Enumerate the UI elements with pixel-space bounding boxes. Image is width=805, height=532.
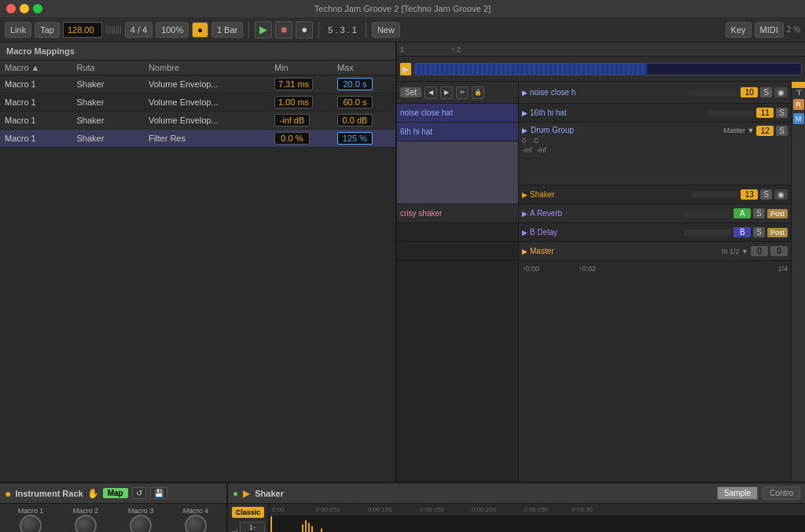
table-header-row: Macro ▲ Ruta Nombre Min Max xyxy=(0,61,395,75)
zoom-button[interactable]: 100% xyxy=(156,22,189,38)
link-button[interactable]: Link xyxy=(5,22,31,38)
bottom-section: ● Instrument Rack ✋ Map ↺ 💾 Macro 1 59 M… xyxy=(0,482,805,532)
1shot-icon: ⊣ xyxy=(231,527,238,533)
side-icon-1[interactable]: ⊢ xyxy=(795,90,803,96)
maximize-button[interactable] xyxy=(33,4,42,13)
waveform-ruler: 0:00 0:00:050 0:00:100 0:00:150 0:00:200… xyxy=(269,504,805,516)
svg-rect-4 xyxy=(305,520,307,532)
midi-button[interactable]: MIDI xyxy=(755,22,784,38)
table-row[interactable]: Macro 1 Shaker Volume Envelop... 7.31 ms… xyxy=(0,75,395,94)
track-delay-post[interactable]: Post xyxy=(767,228,788,237)
table-row[interactable]: Macro 1 Shaker Volume Envelop... 1.00 ms… xyxy=(0,94,395,112)
track-16th-fader[interactable] xyxy=(707,110,754,116)
prev-button[interactable]: ◀ xyxy=(425,86,437,99)
macro-1-knob[interactable] xyxy=(20,515,42,532)
table-row[interactable]: Macro 1 Shaker Volume Envelop... -inf dB… xyxy=(0,112,395,130)
cell-nombre: Volume Envelop... xyxy=(144,94,270,112)
track-reverb-s[interactable]: S xyxy=(753,208,765,218)
svg-rect-6 xyxy=(311,526,313,532)
drum-val-0: 0 xyxy=(522,137,526,145)
quantize-button[interactable]: 1 Bar xyxy=(211,22,243,38)
sep2 xyxy=(318,22,319,38)
cell-macro: Macro 1 xyxy=(0,75,72,94)
session-view-panel: 1 ↑ 2 ▶ Set ◀ ▶ ✏ 🔒 xyxy=(397,42,805,482)
macro-3-knob[interactable] xyxy=(130,515,152,532)
rack-save[interactable]: 💾 xyxy=(150,487,167,499)
track-16th-num: 11 xyxy=(756,108,774,118)
position-display[interactable]: 5 . 3 . 1 xyxy=(328,25,357,35)
time-sig-button[interactable]: 4 / 4 xyxy=(125,22,153,38)
sampler-header: ● ▶ Shaker Sample Contro xyxy=(228,483,805,504)
macro-2-knob[interactable] xyxy=(75,515,97,532)
playhead xyxy=(270,516,272,532)
track-list: ▶ noise close h 10 S ◉ ▶ 16th hi hat 11 … xyxy=(519,82,791,482)
track-shaker-mute[interactable]: ◉ xyxy=(774,189,788,200)
close-button[interactable] xyxy=(6,4,16,13)
clip-slot-shaker[interactable]: crisy shaker xyxy=(397,204,518,223)
drum-inf1: -inf xyxy=(522,146,532,154)
rack-refresh[interactable]: ↺ xyxy=(132,487,146,499)
macro-4-knob[interactable] xyxy=(185,515,207,532)
track-shaker-icon: ▶ xyxy=(522,191,527,199)
sample-tab[interactable]: Sample xyxy=(717,486,758,500)
record-button[interactable]: ● xyxy=(192,22,208,38)
title-bar: Techno Jam Groove 2 [Techno Jam Groove 2… xyxy=(0,0,805,17)
cell-ruta: Shaker xyxy=(72,75,143,94)
track-reverb-num: A xyxy=(733,208,751,218)
t050: 0:00:050 xyxy=(316,506,340,513)
tap-button[interactable]: Tap xyxy=(35,22,60,38)
clip-slot-6th[interactable]: 6th hi hat xyxy=(397,123,518,141)
t200: 0:00:200 xyxy=(472,506,496,513)
play-button[interactable]: ▶ xyxy=(255,21,272,39)
cell-min: -inf dB xyxy=(270,112,333,130)
next-button[interactable]: ▶ xyxy=(440,86,453,99)
track-16th-s[interactable]: S xyxy=(776,108,788,118)
marker-1: 1 xyxy=(400,46,404,53)
1shot-button[interactable]: 1-Shot xyxy=(240,522,265,532)
map-button[interactable]: Map xyxy=(103,488,128,498)
track-reverb-post[interactable]: Post xyxy=(767,209,788,218)
svg-rect-5 xyxy=(308,523,310,532)
control-tab[interactable]: Contro xyxy=(763,486,800,500)
window-controls[interactable] xyxy=(6,4,42,13)
track-master-num: 0 xyxy=(751,246,768,256)
sampler-play-icon: ▶ xyxy=(243,488,250,499)
cell-min: 1.00 ms xyxy=(270,94,333,112)
record-transport-button[interactable]: ● xyxy=(296,21,313,39)
clip-slot-noise[interactable]: noise close hat xyxy=(397,104,518,123)
pencil-button[interactable]: ✏ xyxy=(456,86,469,99)
shaker-sampler: ● ▶ Shaker Sample Contro Classic ⊣ 1-Sho… xyxy=(228,483,805,532)
track-delay-fader[interactable] xyxy=(684,229,731,236)
track-noise-s[interactable]: S xyxy=(760,87,772,97)
arranger-area: 1 ↑ 2 ▶ xyxy=(397,42,805,82)
track-reverb-fader[interactable] xyxy=(684,211,731,217)
key-button[interactable]: Key xyxy=(726,22,752,38)
top-toolbar: Link Tap 128.00 |||||||| 4 / 4 100% ● 1 … xyxy=(0,17,805,42)
stop-button[interactable]: ■ xyxy=(275,21,292,39)
drum-s[interactable]: S xyxy=(776,126,788,136)
lock-button[interactable]: 🔒 xyxy=(472,86,484,99)
arranger-clip-bar[interactable] xyxy=(414,63,802,75)
table-row[interactable]: Macro 1 Shaker Filter Res 0.0 % 125 % xyxy=(0,130,395,148)
minimize-button[interactable] xyxy=(20,4,29,13)
clip-slot-drum[interactable] xyxy=(397,141,518,204)
track-master-label: Master xyxy=(530,247,719,255)
svg-rect-9 xyxy=(321,529,322,532)
bpm-display[interactable]: 128.00 xyxy=(63,22,102,38)
drum-icon: ▶ xyxy=(522,127,527,134)
new-button[interactable]: New xyxy=(372,22,400,38)
side-icon-3[interactable]: M xyxy=(793,113,804,124)
track-delay-s[interactable]: S xyxy=(753,227,765,237)
waveform-canvas[interactable] xyxy=(269,516,805,532)
track-shaker-fader[interactable] xyxy=(691,192,738,198)
classic-button[interactable]: Classic xyxy=(232,507,265,518)
rack-sampler-row: ● Instrument Rack ✋ Map ↺ 💾 Macro 1 59 M… xyxy=(0,483,805,532)
set-button[interactable]: Set xyxy=(400,87,421,97)
track-noise-mute[interactable]: ◉ xyxy=(774,87,788,97)
track-noise-fader[interactable] xyxy=(689,90,737,96)
sampler-power-led: ● xyxy=(233,488,238,499)
track-shaker-s[interactable]: S xyxy=(760,189,772,200)
col-min: Min xyxy=(270,61,333,75)
side-icon-2[interactable]: R xyxy=(793,99,804,110)
1shot-area: ⊣ 1-Shot xyxy=(231,522,265,532)
